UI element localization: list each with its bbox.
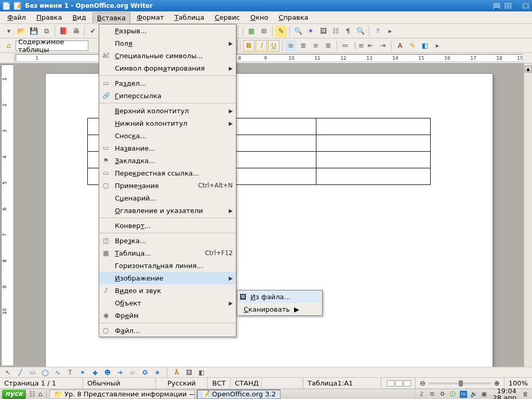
zoom-in-icon[interactable]: ⊕ [494, 379, 500, 387]
help-button[interactable]: ? [372, 25, 383, 37]
menu-item[interactable]: ◉Фрейм [99, 309, 236, 322]
bullet-list-button[interactable]: ⋮≡ [352, 40, 364, 51]
menu-item[interactable]: áčСпециальные символы... [99, 49, 236, 62]
basic-shapes-icon[interactable]: ◆ [90, 368, 100, 377]
status-page[interactable]: Страница 1 / 1 [0, 378, 83, 389]
draw-functions-icon[interactable]: ✎ [275, 25, 287, 37]
flowchart-icon[interactable]: ▱ [128, 368, 137, 377]
menu-ставка[interactable]: Вставка [92, 12, 130, 23]
saveall-icon[interactable]: ⧉ [41, 25, 52, 37]
nonprinting-button[interactable]: ¶ [342, 25, 354, 37]
status-language[interactable]: Русский [156, 378, 208, 389]
menu-item[interactable]: Сценарий... [99, 192, 236, 204]
menu-item[interactable]: Объект▶ [99, 297, 236, 309]
vertical-scrollbar[interactable]: ▲ [524, 63, 532, 367]
find-button[interactable]: 🔍 [292, 25, 304, 37]
insert-icon[interactable]: ⊞ [258, 25, 270, 37]
extrusion-icon[interactable]: ◧ [197, 368, 206, 377]
menu-айл[interactable]: Файл [3, 12, 30, 22]
toolbar-overflow-icon[interactable]: ▸ [384, 25, 396, 37]
tray-lang-icon[interactable]: ru [460, 391, 467, 398]
tray-trash-icon[interactable]: 🗑 [522, 391, 529, 398]
vertical-ruler[interactable]: 12345678910 [1, 64, 14, 366]
menu-кно[interactable]: Окно [246, 12, 273, 22]
menu-item[interactable]: ▢ПримечаниеCtrl+Alt+N [99, 179, 236, 192]
menu-item[interactable]: ▦Таблица...Ctrl+F12 [99, 247, 236, 259]
menu-аблица[interactable]: Таблица [170, 12, 209, 22]
tray-icon[interactable]: ⧉ [429, 391, 436, 398]
symbol-shapes-icon[interactable]: ☻ [103, 368, 112, 377]
menu-item[interactable]: Поля▶ [99, 37, 236, 49]
menu-item[interactable]: Конверт... [99, 219, 236, 232]
fontwork-icon[interactable]: Ä [172, 368, 181, 377]
select-tool-icon[interactable]: ↖ [3, 368, 12, 377]
callout-tool-icon[interactable]: ✦ [78, 368, 87, 377]
gallery-button[interactable]: 🖼 [317, 25, 329, 37]
toolbar-overflow-icon[interactable]: ▸ [432, 40, 443, 51]
menu-item[interactable]: Оглавление и указатели▶ [99, 204, 236, 217]
menu-item[interactable]: Символ форматирования▶ [99, 62, 236, 74]
menu-item[interactable]: ⚑Закладка... [99, 154, 236, 167]
rect-tool-icon[interactable]: ▭ [28, 368, 37, 377]
navigator-button[interactable]: ✦ [305, 25, 316, 37]
line-tool-icon[interactable]: ╱ [16, 368, 25, 377]
print-button[interactable]: 🖶 [70, 25, 82, 37]
menu-item[interactable]: ◫Врезка... [99, 234, 236, 247]
menu-item[interactable]: ▢Файл... [99, 324, 236, 337]
new-button[interactable]: ▾ [3, 25, 15, 37]
menu-item[interactable]: Изображение▶ [99, 272, 236, 284]
horizontal-ruler[interactable]: 18910111213141516171819 [16, 54, 523, 62]
freeform-tool-icon[interactable]: ∿ [53, 368, 62, 377]
menu-item[interactable]: Сноска... [99, 129, 236, 142]
from-file-icon[interactable]: 🖼 [184, 368, 194, 377]
menu-ервис[interactable]: Сервис [210, 12, 244, 22]
decrease-indent-button[interactable]: ⇤ [365, 40, 376, 51]
arrows-icon[interactable]: ➜ [115, 368, 125, 377]
taskbar-item-openoffice[interactable]: 📝 OpenOffice.org 3.2 [197, 390, 281, 399]
increase-indent-button[interactable]: ⇥ [377, 40, 389, 51]
minimize-button[interactable]: ▁ [493, 2, 501, 9]
underline-button[interactable]: U [268, 40, 280, 51]
tray-icon[interactable]: ▣ [481, 391, 488, 398]
align-justify-button[interactable]: ≣ [323, 40, 334, 51]
submenu-item[interactable]: 🖼Из файла... [237, 290, 322, 303]
show-desktop-icon[interactable]: ☷ [28, 390, 36, 398]
menu-item[interactable]: ▭Название... [99, 142, 236, 154]
zoom-button[interactable]: 🔍 [355, 25, 366, 37]
menu-ормат[interactable]: Формат [132, 12, 168, 22]
menu-ид[interactable]: Вид [68, 12, 90, 22]
menu-item[interactable]: ▭Перекрестная ссылка... [99, 167, 236, 179]
quick-launch-icon[interactable]: ⌂ [36, 390, 45, 398]
datasources-button[interactable]: ☷ [330, 25, 341, 37]
export-pdf-button[interactable]: 📕 [58, 25, 69, 37]
callouts-icon[interactable]: ✪ [140, 368, 150, 377]
status-insert-mode[interactable]: ВСТ [208, 378, 231, 389]
save-button[interactable]: 💾 [28, 25, 39, 37]
close-button[interactable]: ✕ [522, 2, 530, 9]
numbered-list-button[interactable]: ≔ [340, 40, 351, 51]
status-selection-mode[interactable]: СТАНД [231, 378, 262, 389]
menu-item[interactable]: 🔗Гиперссылка [99, 89, 236, 102]
tray-clock[interactable]: 19:04 28 апр [491, 388, 518, 400]
status-table-cell[interactable]: Таблица1:A1 [303, 378, 381, 389]
tray-count[interactable]: 2 [418, 391, 425, 398]
start-button[interactable]: пуск [2, 390, 26, 399]
menu-item[interactable]: Верхний колонтитул▶ [99, 104, 236, 117]
insert-table-icon[interactable]: ▦ [246, 25, 257, 37]
bold-button[interactable]: B [243, 40, 255, 51]
text-tool-icon[interactable]: T [65, 368, 75, 377]
menu-item[interactable]: ♪Видео и звук [99, 284, 236, 297]
status-view-layout[interactable] [383, 378, 416, 389]
zoom-out-icon[interactable]: ⊖ [420, 379, 425, 387]
menu-item[interactable]: Нижний колонтитул▶ [99, 117, 236, 129]
menu-item[interactable]: ▭Раздел... [99, 77, 236, 89]
styles-button[interactable]: ⌂ [3, 40, 15, 51]
menu-item[interactable]: Горизонтальная линия... [99, 259, 236, 272]
submenu-item[interactable]: Сканировать▶ [237, 303, 322, 315]
ellipse-tool-icon[interactable]: ◯ [41, 368, 50, 377]
scroll-up-icon[interactable]: ▲ [525, 65, 532, 73]
tray-volume-icon[interactable]: 🔊 [470, 391, 477, 398]
stars-icon[interactable]: ★ [153, 368, 162, 377]
italic-button[interactable]: I [256, 40, 267, 51]
menu-равка[interactable]: Правка [32, 12, 66, 22]
